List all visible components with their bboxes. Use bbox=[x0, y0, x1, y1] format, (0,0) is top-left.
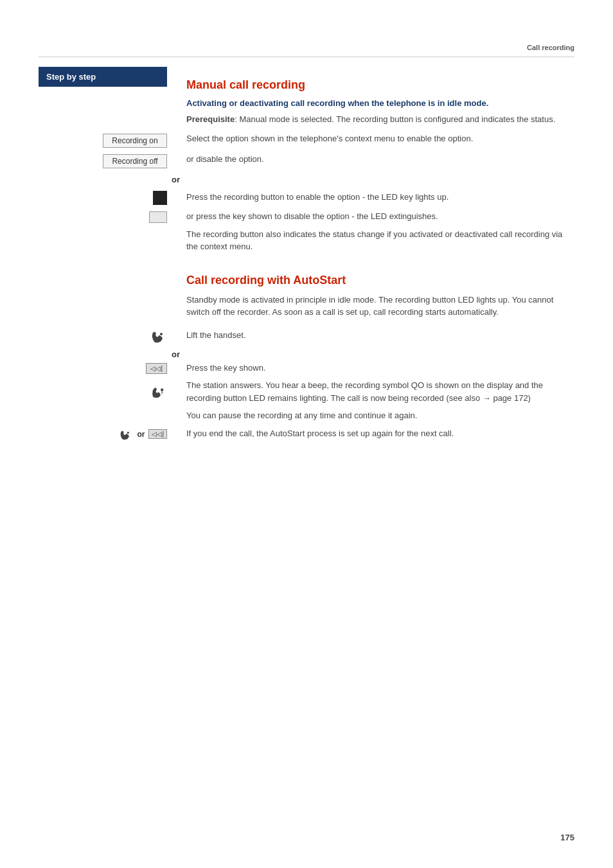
recording-on-text: Select the option shown in the telephone… bbox=[180, 132, 574, 145]
autostart-right: Call recording with AutoStart Standby mo… bbox=[180, 262, 574, 328]
pause-recording-left bbox=[39, 409, 180, 411]
handset-icon bbox=[150, 329, 167, 343]
status-change-text: The recording button also indicates the … bbox=[180, 228, 574, 253]
pause-recording-text: You can pause the recording at any time … bbox=[180, 409, 574, 422]
recording-off-text: or disable the option. bbox=[180, 153, 574, 166]
page-header: Call recording bbox=[0, 39, 613, 57]
svg-point-0 bbox=[160, 333, 163, 335]
prerequisite-body: : Manual mode is selected. The recording… bbox=[235, 114, 555, 124]
outline-square-left bbox=[39, 210, 180, 223]
autostart-left-empty bbox=[39, 262, 180, 328]
speaker-key-left: ◁ ◁ | bbox=[39, 362, 180, 374]
recording-on-left: Recording on bbox=[39, 132, 180, 148]
outline-square-icon bbox=[149, 211, 167, 223]
station-answers-text: The station answers. You hear a beep, th… bbox=[180, 379, 574, 404]
step-by-step-label: Step by step bbox=[46, 72, 96, 82]
recording-off-left: Recording off bbox=[39, 153, 180, 168]
svg-point-1 bbox=[161, 388, 163, 391]
status-change-left bbox=[39, 228, 180, 229]
section-title-autostart: Call recording with AutoStart bbox=[186, 274, 574, 287]
row-recording-off: Recording off or disable the option. bbox=[39, 153, 574, 168]
or-label-1: or bbox=[39, 173, 180, 184]
section-title-manual: Manual call recording bbox=[186, 78, 574, 92]
right-column: Manual call recording Activating or deac… bbox=[180, 67, 574, 132]
prerequisite-text: Prerequisite: Manual mode is selected. T… bbox=[186, 113, 574, 126]
row-or-1: or bbox=[39, 173, 574, 184]
row-recording-on: Recording on Select the option shown in … bbox=[39, 132, 574, 148]
recording-off-button[interactable]: Recording off bbox=[103, 154, 167, 168]
speaker-key-text: Press the key shown. bbox=[180, 362, 574, 375]
row-or-2: or bbox=[39, 348, 574, 359]
prerequisite-label: Prerequisite bbox=[186, 114, 235, 124]
left-column: Step by step bbox=[39, 67, 180, 132]
lift-handset-text: Lift the handset. bbox=[180, 329, 574, 342]
row-end-call: or ◁◁| If you end the call, the AutoStar… bbox=[39, 427, 574, 440]
speaker-key-icon[interactable]: ◁ ◁ | bbox=[146, 363, 167, 374]
step-by-step-box: Step by step bbox=[39, 67, 167, 87]
main-layout: Step by step Manual call recording Activ… bbox=[39, 67, 574, 132]
autostart-layout: Call recording with AutoStart Standby mo… bbox=[39, 262, 574, 328]
header-title: Call recording bbox=[527, 44, 574, 51]
speaker-arrow-icon: ◁ bbox=[150, 365, 155, 372]
row-black-square: Press the recording button to enable the… bbox=[39, 190, 574, 205]
autostart-intro: Standby mode is activated in principle i… bbox=[186, 294, 574, 319]
end-handset-icon bbox=[119, 429, 133, 440]
recording-on-button[interactable]: Recording on bbox=[103, 134, 167, 148]
end-call-left: or ◁◁| bbox=[39, 427, 180, 440]
header-rule bbox=[39, 57, 574, 57]
station-answers-left bbox=[39, 384, 180, 400]
black-square-left bbox=[39, 190, 180, 205]
row-speaker-key: ◁ ◁ | Press the key shown. bbox=[39, 362, 574, 375]
svg-point-3 bbox=[127, 431, 129, 433]
row-pause-recording: You can pause the recording at any time … bbox=[39, 409, 574, 422]
end-call-text: If you end the call, the AutoStart proce… bbox=[180, 427, 574, 440]
or-label-2: or bbox=[39, 348, 180, 359]
row-lift-handset: Lift the handset. bbox=[39, 328, 574, 343]
lift-handset-left bbox=[39, 328, 180, 343]
page-container: Call recording Step by step Manual call … bbox=[0, 0, 613, 868]
outline-square-text: or press the key shown to disable the op… bbox=[180, 210, 574, 223]
row-station-answers: The station answers. You hear a beep, th… bbox=[39, 379, 574, 404]
row-outline-square: or press the key shown to disable the op… bbox=[39, 210, 574, 223]
page-number: 175 bbox=[560, 833, 574, 842]
or-inline-icon: or bbox=[137, 430, 145, 439]
end-speaker-key-icon[interactable]: ◁◁| bbox=[148, 429, 167, 439]
black-square-icon bbox=[153, 191, 167, 205]
phone-answer-icon bbox=[150, 385, 167, 400]
speaker-waves-icon: ◁ bbox=[155, 365, 161, 372]
subsection-title: Activating or deactivating call recordin… bbox=[186, 98, 574, 108]
black-square-text: Press the recording button to enable the… bbox=[180, 191, 574, 204]
row-status-change: The recording button also indicates the … bbox=[39, 228, 574, 253]
